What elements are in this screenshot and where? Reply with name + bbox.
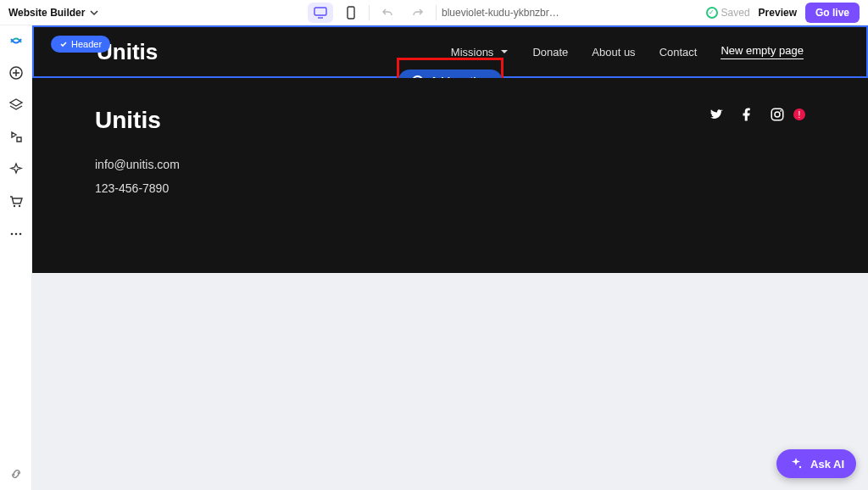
check-circle-icon: ✓ [706,7,718,19]
left-rail [0,25,32,490]
brand-logo-icon [8,33,24,48]
nav-item-contact[interactable]: Contact [659,46,698,58]
nav-label: Missions [451,46,494,58]
canvas: Header Unitis Missions Donate About us C… [32,25,868,490]
cart-icon [8,194,24,209]
svg-point-6 [14,233,17,236]
site-nav: Missions Donate About us Contact New emp… [451,44,804,59]
sparkles-icon [8,162,24,177]
svg-point-13 [780,110,782,112]
section-chip-header[interactable]: Header [51,36,110,53]
saved-label: Saved [721,7,750,19]
preview-button[interactable]: Preview [759,7,797,19]
sparkle-icon [788,456,804,471]
svg-point-5 [10,233,13,236]
add-button[interactable] [8,64,25,81]
svg-point-12 [775,112,780,117]
more-button[interactable] [8,226,25,242]
saved-indicator: ✓ Saved [706,7,750,19]
nav-item-new-page[interactable]: New empty page [721,44,804,59]
app-name: Website Builder [8,7,85,19]
link-button[interactable] [8,466,24,482]
app-switcher[interactable]: Website Builder [8,7,98,19]
check-icon [59,40,68,48]
site-url[interactable]: blueviolet-kudu-ykbnzbrrv4s... [442,7,560,19]
separator [436,5,437,20]
mobile-icon [347,6,355,19]
nav-item-missions[interactable]: Missions [451,46,509,58]
separator [369,5,370,20]
commerce-button[interactable] [8,193,25,210]
chevron-down-icon [90,8,98,17]
facebook-link[interactable] [739,107,754,122]
nav-item-donate[interactable]: Donate [532,46,568,58]
footer-phone[interactable]: 123-456-7890 [95,181,805,195]
footer-email[interactable]: info@unitis.com [95,158,805,171]
layers-button[interactable] [8,97,25,114]
plus-circle-icon [8,65,24,81]
redo-icon [412,7,424,19]
svg-point-7 [19,233,21,236]
warning-badge[interactable]: ! [793,109,805,120]
link-icon [8,466,24,482]
svg-point-4 [18,205,19,207]
shapes-button[interactable] [8,129,25,146]
svg-point-14 [799,466,801,468]
more-icon [8,231,24,237]
layers-icon [8,97,24,113]
ask-ai-button[interactable]: Ask AI [776,449,856,478]
undo-button[interactable] [375,3,400,23]
empty-canvas-area[interactable] [32,273,868,490]
golive-button[interactable]: Go live [805,3,860,23]
topbar: Website Builder blueviolet-kudu-ykbnzbrr… [0,0,868,25]
logo-icon[interactable] [8,32,25,49]
rail-bottom [0,466,32,482]
instagram-icon [770,107,785,122]
svg-rect-1 [348,7,354,19]
twitter-icon [709,107,724,122]
ask-ai-label: Ask AI [810,458,844,471]
desktop-icon [314,7,327,19]
svg-rect-0 [314,8,326,15]
topbar-center: blueviolet-kudu-ykbnzbrrv4s... [308,3,560,23]
undo-icon [381,7,393,19]
svg-point-3 [13,205,14,207]
nav-item-about[interactable]: About us [592,46,635,58]
site-footer-block[interactable]: Unitis info@unitis.com 123-456-7890 ! [32,78,868,273]
facebook-icon [739,107,754,122]
shapes-icon [8,130,24,145]
caret-down-icon [500,48,509,55]
social-icons: ! [709,107,805,122]
device-desktop-button[interactable] [308,3,333,23]
topbar-right: ✓ Saved Preview Go live [706,3,860,23]
device-mobile-button[interactable] [338,3,364,23]
footer-title[interactable]: Unitis [95,107,805,134]
ai-button[interactable] [8,161,25,178]
section-chip-label: Header [71,39,102,49]
instagram-link[interactable] [770,107,785,122]
redo-button[interactable] [405,3,431,23]
twitter-link[interactable] [709,107,724,122]
